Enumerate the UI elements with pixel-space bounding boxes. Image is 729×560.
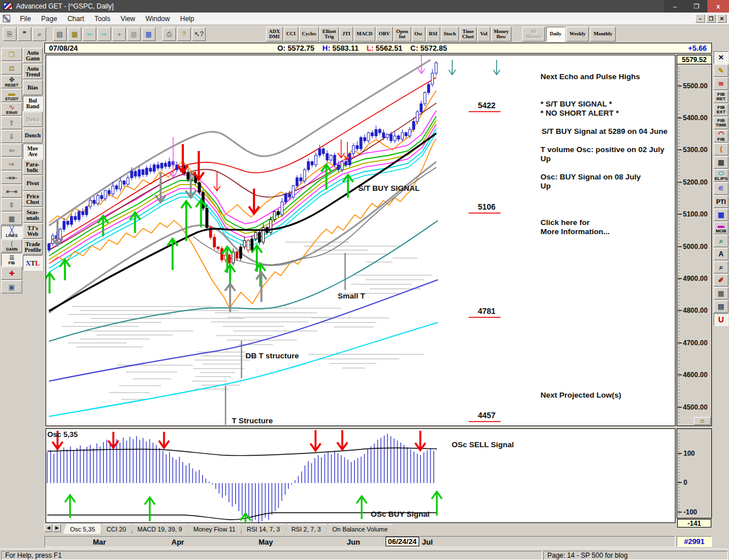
study-button[interactable]: ▬STUDY: [1, 89, 22, 102]
study-button-time-clust[interactable]: TimeClust: [460, 27, 477, 42]
pti-tool[interactable]: PTI: [714, 195, 728, 208]
trade-profile-button[interactable]: TradeProfile: [23, 239, 43, 255]
study-button-open-int[interactable]: OpenInt: [394, 27, 411, 42]
parallel-lines-tool[interactable]: ≋: [714, 77, 728, 90]
zoom-in-tool[interactable]: ⌕: [714, 261, 728, 273]
study-button-osc[interactable]: Osc: [412, 27, 426, 42]
donch-button[interactable]: Donch: [23, 128, 43, 143]
tab-rsi-2-7-3[interactable]: RSI 2, 7, 3: [284, 524, 327, 534]
study-button-stoch[interactable]: Stoch: [441, 27, 459, 42]
tab-macd-19-39-9[interactable]: MACD 19, 39, 9: [130, 524, 188, 534]
notes-tool[interactable]: ▤: [714, 300, 728, 313]
seasonals-button[interactable]: Seas-onals: [23, 207, 43, 223]
page-forward-icon[interactable]: ⇨: [97, 27, 111, 41]
elliott-button[interactable]: ∿Elliott: [1, 103, 22, 116]
bol-band-button[interactable]: BolBand: [23, 96, 43, 111]
menu-chart[interactable]: Chart: [62, 13, 89, 24]
tab-on-balance-volume[interactable]: On Balance Volume: [325, 524, 394, 534]
menu-help[interactable]: Help: [175, 13, 199, 24]
grid-color-icon[interactable]: ▩: [142, 27, 155, 41]
price-axis[interactable]: 5500.005400.005300.005200.005100.005000.…: [677, 55, 712, 426]
menu-view[interactable]: View: [116, 13, 141, 24]
mdi-minimize-button[interactable]: –: [695, 14, 705, 23]
compression-date-box[interactable]: 06/24/24: [386, 537, 419, 546]
mdi-close-button[interactable]: ✕: [717, 14, 727, 23]
fib-time-tool[interactable]: FIBTIME: [714, 117, 728, 129]
crosshair-icon[interactable]: ✚: [1, 267, 22, 280]
auto-gann-button[interactable]: AutoGann: [23, 48, 43, 63]
fib-extension-tool[interactable]: FIBEXT: [714, 104, 728, 116]
tab-osc-5-35[interactable]: Osc 5,35: [63, 524, 101, 534]
arrow-right-icon[interactable]: ⇨: [1, 157, 22, 170]
context-help-icon[interactable]: ↖?: [192, 27, 206, 41]
period-button-60[interactable]: 60Minute: [522, 27, 545, 42]
parabolic-button[interactable]: Para-bolic: [23, 160, 43, 175]
delta-button[interactable]: Delta: [23, 112, 43, 127]
period-button-monthly[interactable]: Monthly: [590, 27, 616, 42]
snapshot-icon[interactable]: ▣: [1, 280, 22, 293]
arrow-down-icon[interactable]: ⇩: [1, 130, 22, 143]
new-chart-icon[interactable]: ▤: [53, 27, 67, 41]
pivot-button[interactable]: Pivot: [23, 175, 43, 191]
grid-off-icon[interactable]: ▩: [127, 27, 141, 41]
tab-cci-20[interactable]: CCI 20: [99, 524, 132, 534]
expand-bars-icon[interactable]: ⇤⇥: [1, 185, 22, 198]
fib-retracement-tool[interactable]: FIBRET: [714, 91, 728, 103]
study-button-cycles[interactable]: Cycles: [299, 27, 319, 42]
study-button-rsi[interactable]: RSI: [426, 27, 440, 42]
tab-scroll-left-button[interactable]: ◀: [44, 524, 52, 532]
scale-settings-button[interactable]: ⚖: [694, 417, 711, 425]
compress-bars-icon[interactable]: ⇥⇤: [1, 171, 22, 184]
delete-tool[interactable]: ✕: [714, 51, 728, 64]
oscillator-pane[interactable]: Osc 5,35OSc SELL SignalOSc BUY Signal: [46, 428, 675, 523]
quotes-icon[interactable]: ❞: [18, 27, 31, 41]
study-button-jti[interactable]: JTI: [339, 27, 353, 42]
fib-button[interactable]: ≣FIB: [1, 253, 22, 266]
chart-settings-icon[interactable]: ⍆: [112, 27, 126, 41]
grid-tool[interactable]: ▦: [714, 156, 728, 169]
study-button-cci[interactable]: CCI: [284, 27, 299, 42]
study-button-elliott-trig[interactable]: ElliottTrig: [320, 27, 339, 42]
pattern-tool[interactable]: ▩: [714, 287, 728, 300]
mob-tool[interactable]: ▬MOB: [714, 222, 728, 234]
scales-icon[interactable]: ⚖: [1, 62, 22, 75]
period-button-daily[interactable]: Daily: [546, 27, 565, 42]
tjs-web-button[interactable]: TJ'sWeb: [23, 223, 43, 239]
study-button-obv[interactable]: OBV: [376, 27, 393, 42]
save-icon[interactable]: ▦: [68, 27, 81, 41]
tab-money-flow-11[interactable]: Money Flow 11: [186, 524, 242, 534]
bias-button[interactable]: Bias: [23, 80, 43, 95]
page-back-icon[interactable]: ⇦: [83, 27, 96, 41]
chart-page-icon[interactable]: ⎘: [3, 27, 17, 41]
regression-tool[interactable]: ⚟: [714, 182, 728, 195]
mdi-system-icon[interactable]: [3, 15, 10, 22]
arrow-up-icon[interactable]: ⇧: [1, 116, 22, 129]
price-chart-pane[interactable]: 5422510647814457Next Echo and Pulse High…: [46, 55, 675, 426]
tab-scroll-right-button[interactable]: ▶: [53, 524, 61, 532]
close-button[interactable]: x: [707, 0, 729, 13]
fan-lines-tool[interactable]: ⟨: [714, 143, 728, 156]
tab-rsi-14-7-3[interactable]: RSI 14, 7, 3: [239, 524, 286, 534]
marker-tool[interactable]: ✐: [714, 274, 728, 287]
study-button-adx-dmi[interactable]: ADXDMI: [266, 27, 283, 42]
arrow-left-icon[interactable]: ⇦: [1, 144, 22, 157]
minimize-button[interactable]: –: [664, 0, 686, 13]
menu-window[interactable]: Window: [141, 13, 175, 24]
search-icon[interactable]: ⌕: [32, 27, 46, 41]
reset-button[interactable]: ✥RESET: [1, 75, 22, 88]
restore-button[interactable]: ❐: [686, 0, 707, 13]
help-icon[interactable]: ?: [177, 27, 191, 41]
study-button-money-flow[interactable]: Moneyflow: [491, 27, 512, 42]
grid-icon[interactable]: ▦: [1, 212, 22, 225]
gann-button[interactable]: ⟨GANN: [1, 239, 22, 252]
lines-button[interactable]: ╳LINES: [1, 226, 22, 239]
mov-ave-button[interactable]: MovAve: [23, 144, 43, 159]
auto-trend-button[interactable]: AutoTrend: [23, 64, 43, 79]
pencil-tool[interactable]: ✎: [714, 64, 728, 77]
study-button-vol[interactable]: Vol: [477, 27, 490, 42]
price-clust-button[interactable]: PriceClust: [23, 191, 43, 207]
period-button-weekly[interactable]: Weekly: [566, 27, 589, 42]
xtl-button[interactable]: XTL: [23, 255, 43, 271]
menu-page[interactable]: Page: [36, 13, 62, 24]
blue-grid-tool[interactable]: ▦: [714, 209, 728, 221]
